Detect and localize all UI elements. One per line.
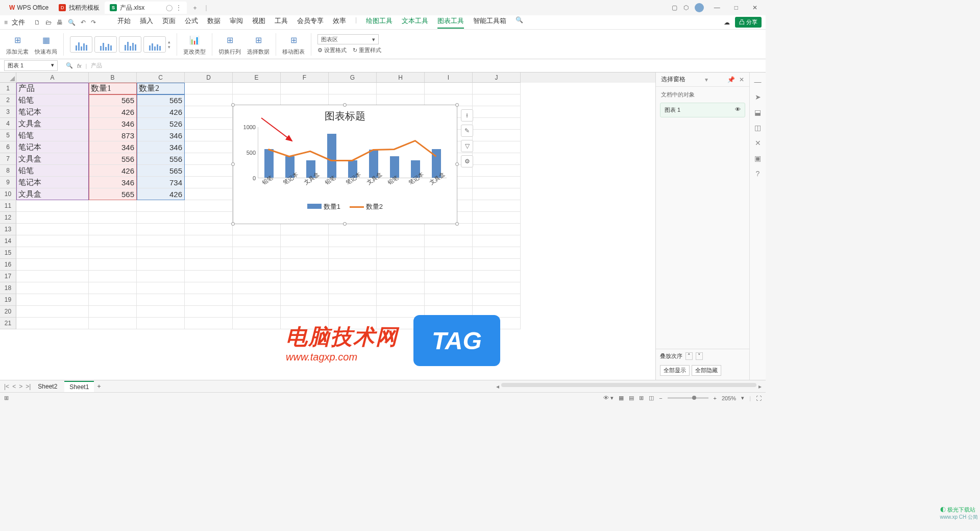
cell[interactable] [377,259,425,271]
row-header[interactable]: 5 [0,130,16,141]
chart-styles-button[interactable]: ✎ [461,125,473,137]
cell[interactable] [329,235,377,247]
cell[interactable] [233,271,281,282]
cell[interactable] [281,224,329,235]
zoom-out-button[interactable]: − [659,395,662,401]
cell[interactable] [329,247,377,259]
menu-efficiency[interactable]: 效率 [333,16,346,29]
panel-icon[interactable]: ▢ [672,4,677,11]
cell[interactable] [185,235,233,247]
cell[interactable]: 565 [137,94,185,106]
row-header[interactable]: 11 [0,200,16,212]
cell[interactable] [233,306,281,318]
cell[interactable] [185,153,233,165]
view-normal-icon[interactable]: ▦ [619,395,624,401]
cloud-icon[interactable]: ☁ [724,19,730,26]
spreadsheet-grid[interactable]: ABCDEFGHIJ 12345678910111213141516171819… [0,73,655,380]
chart-elements-button[interactable]: ⫲ [461,109,473,122]
cell[interactable] [377,83,425,94]
file-menu[interactable]: 文件 [9,18,28,27]
menu-member[interactable]: 会员专享 [297,16,324,29]
row-header[interactable]: 7 [0,153,16,165]
menu-chart-tools[interactable]: 图表工具 [437,16,464,29]
close-button[interactable]: ✕ [748,2,762,13]
add-sheet-button[interactable]: ＋ [96,382,102,391]
share-button[interactable]: 凸 分享 [735,17,762,28]
cell[interactable] [16,247,89,259]
cell[interactable] [473,212,521,224]
row-header[interactable]: 15 [0,247,16,259]
tool-icon[interactable]: ✕ [755,139,761,147]
cell[interactable] [137,200,185,212]
cell[interactable] [473,224,521,235]
last-sheet-icon[interactable]: >| [26,383,31,390]
cell[interactable] [329,306,377,318]
cell[interactable] [473,118,521,130]
cell[interactable] [281,306,329,318]
cell[interactable] [281,83,329,94]
cell[interactable] [233,224,281,235]
cell[interactable] [16,200,89,212]
cell[interactable] [473,106,521,118]
cell[interactable] [281,247,329,259]
pane-object-item[interactable]: 图表 1 👁 [660,103,745,117]
cell[interactable]: 笔记本 [16,106,89,118]
menu-view[interactable]: 视图 [252,16,265,29]
menu-review[interactable]: 审阅 [230,16,243,29]
chart-style-2[interactable] [94,36,117,53]
col-header[interactable]: E [233,73,281,83]
formula-input[interactable]: 产品 [91,62,102,69]
close-icon[interactable]: ⋮ [176,4,182,11]
cell[interactable] [233,294,281,306]
cell[interactable] [425,294,473,306]
cell[interactable] [281,294,329,306]
cell[interactable] [473,282,521,294]
cell[interactable]: 铅笔 [16,130,89,141]
cell[interactable] [425,282,473,294]
cell[interactable] [329,259,377,271]
cell[interactable] [185,294,233,306]
cell[interactable]: 426 [137,188,185,200]
cell[interactable] [473,235,521,247]
cell[interactable]: 产品 [16,83,89,94]
cell[interactable]: 笔记本 [16,141,89,153]
row-header[interactable]: 19 [0,294,16,306]
undo-icon[interactable]: ↶ [81,19,86,26]
status-icon[interactable]: ⊞ [4,395,9,401]
cell[interactable] [473,177,521,188]
reset-style-button[interactable]: ↻ 重置样式 [353,46,381,54]
cube-icon[interactable]: ⬡ [683,4,689,11]
cell[interactable]: 数量2 [137,83,185,94]
add-tab-button[interactable]: ＋ [187,4,203,12]
cell[interactable] [281,282,329,294]
tool-icon[interactable]: ▣ [754,154,761,162]
avatar-icon[interactable] [695,3,704,12]
menu-draw-tools[interactable]: 绘图工具 [366,16,393,29]
row-header[interactable]: 18 [0,282,16,294]
cell[interactable] [425,247,473,259]
cell[interactable] [473,294,521,306]
show-all-button[interactable]: 全部显示 [660,365,690,376]
cell[interactable]: 426 [89,106,137,118]
cell[interactable] [137,212,185,224]
col-header[interactable]: G [329,73,377,83]
zoom-level[interactable]: 205% [722,395,736,401]
cell[interactable] [89,318,137,329]
row-header[interactable]: 3 [0,106,16,118]
cell[interactable] [473,200,521,212]
cell[interactable] [89,212,137,224]
row-header[interactable]: 17 [0,271,16,282]
prev-sheet-icon[interactable]: < [12,383,16,390]
select-all-corner[interactable] [0,73,16,83]
cell[interactable] [185,141,233,153]
cell[interactable] [233,318,281,329]
cell[interactable] [185,306,233,318]
cell[interactable]: 文具盒 [16,153,89,165]
col-header[interactable]: H [377,73,425,83]
cell[interactable] [16,271,89,282]
row-header[interactable]: 12 [0,212,16,224]
cell[interactable] [377,271,425,282]
cell[interactable] [185,106,233,118]
menu-page[interactable]: 页面 [162,16,176,29]
tab-menu-icon[interactable]: ◯ [166,4,173,11]
